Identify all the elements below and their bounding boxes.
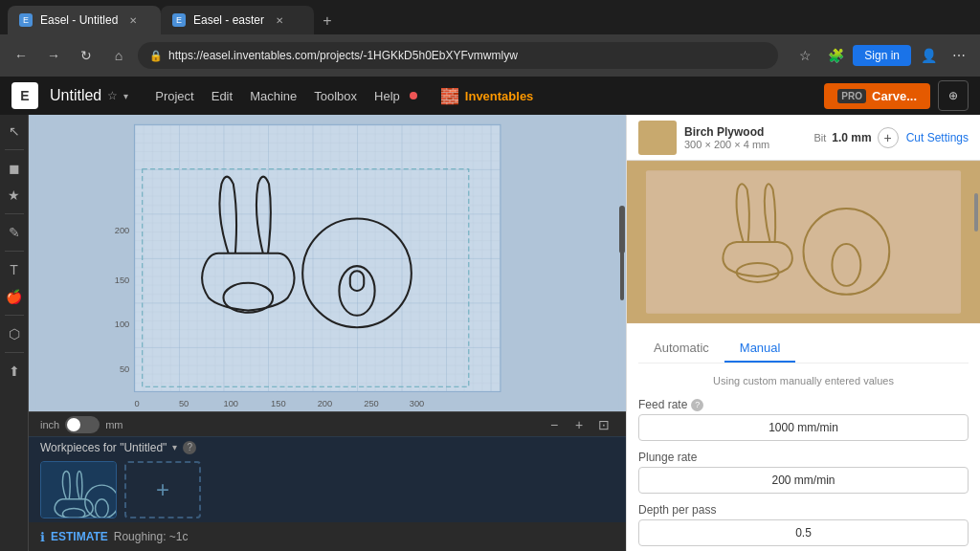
cube-icon[interactable]: ⬡ (2, 321, 27, 346)
project-title: Untitled (50, 87, 101, 104)
workpiece-thumbnail-1 (41, 461, 116, 518)
zoom-out-icon[interactable]: − (544, 414, 565, 435)
svg-rect-25 (646, 170, 961, 314)
right-panel: Birch Plywood 300 × 200 × 4 mm Bit 1.0 m… (626, 115, 980, 551)
nav-toolbox[interactable]: Toolbox (306, 85, 365, 107)
notification-dot (410, 92, 417, 99)
sidebar-sep-5 (5, 352, 24, 353)
nav-project[interactable]: Project (147, 85, 201, 107)
sidebar-sep-4 (5, 315, 24, 316)
app-title-area: Untitled ☆ ▾ (50, 87, 128, 104)
tab-close-easter[interactable]: ✕ (272, 12, 287, 28)
star-icon[interactable]: ★ (2, 183, 27, 208)
address-bar[interactable]: 🔒 https://easel.inventables.com/projects… (138, 42, 778, 69)
svg-text:150: 150 (271, 399, 286, 408)
material-thumbnail (638, 121, 677, 155)
scroll-indicator-v-canvas[interactable] (618, 115, 626, 417)
browser-controls: ← → ↻ ⌂ 🔒 https://easel.inventables.com/… (0, 34, 980, 77)
auto-manual-tabs: Automatic Manual (638, 335, 969, 364)
new-tab-button[interactable]: + (314, 8, 341, 34)
bit-value: 1.0 mm (832, 131, 871, 144)
sidebar-sep-2 (5, 213, 24, 214)
inventables-brand: 🧱 Inventables (440, 87, 534, 105)
nav-edit[interactable]: Edit (204, 85, 240, 107)
tab-manual[interactable]: Manual (724, 335, 796, 363)
preview-scroll-thumb (974, 193, 978, 231)
workpieces-chevron-icon[interactable]: ▾ (172, 442, 177, 452)
svg-text:200: 200 (115, 226, 130, 235)
more-options-icon[interactable]: ⋯ (946, 42, 972, 69)
canvas-column: 0 50 100 150 200 250 300 50 100 150 200 (29, 115, 626, 551)
material-size: 300 × 200 × 4 mm (684, 139, 806, 150)
svg-text:100: 100 (115, 320, 130, 329)
sidebar-sep-1 (5, 149, 24, 150)
workpiece-item-1[interactable] (40, 461, 117, 518)
user-avatar[interactable]: 👤 (915, 42, 942, 69)
apple-icon[interactable]: 🍎 (2, 284, 27, 309)
preview-area (627, 161, 980, 323)
svg-text:150: 150 (115, 276, 130, 285)
svg-text:250: 250 (364, 399, 379, 408)
cursor-tool-icon[interactable]: ↖ (2, 119, 27, 143)
pen-icon[interactable]: ✎ (2, 220, 27, 245)
add-bit-button[interactable]: + (878, 127, 899, 148)
carve-button[interactable]: PRO Carve... (824, 83, 930, 109)
settings-panel: Automatic Manual Using custom manually e… (627, 323, 980, 551)
plunge-rate-input[interactable] (638, 467, 969, 494)
canvas-footer: inch mm − + ⊡ (29, 411, 626, 436)
workpieces-help-icon[interactable]: ? (183, 441, 196, 454)
unit-switch[interactable] (65, 416, 100, 433)
inch-label: inch (40, 419, 59, 430)
inventables-icon: 🧱 (440, 87, 459, 105)
tab-close-untitled[interactable]: ✕ (125, 12, 141, 28)
sign-in-button[interactable]: Sign in (853, 45, 911, 66)
main-area: ↖ ◼ ★ ✎ T 🍎 ⬡ ⬆ (0, 115, 980, 551)
nav-help[interactable]: Help (367, 85, 408, 107)
app: E Untitled ☆ ▾ Project Edit Machine Tool… (0, 77, 980, 551)
svg-text:50: 50 (120, 364, 129, 374)
reload-button[interactable]: ↻ (73, 42, 100, 69)
tab-automatic[interactable]: Automatic (638, 335, 724, 363)
svg-text:0: 0 (134, 399, 139, 408)
bookmark-icon[interactable]: ☆ (791, 42, 818, 69)
plunge-rate-label: Plunge rate (638, 451, 969, 464)
preview-scroll-v[interactable] (974, 161, 978, 323)
feed-rate-label: Feed rate ? (638, 398, 969, 411)
material-info: Birch Plywood 300 × 200 × 4 mm (684, 125, 806, 150)
feed-rate-help-icon[interactable]: ? (691, 399, 703, 411)
browser-right: ☆ 🧩 Sign in 👤 ⋯ (791, 42, 972, 69)
mm-label: mm (105, 419, 122, 430)
header-extra-icon[interactable]: ⊕ (938, 80, 969, 111)
feed-rate-input[interactable] (638, 414, 969, 441)
forward-button[interactable]: → (40, 42, 67, 69)
import-icon[interactable]: ⬆ (2, 359, 27, 384)
tab-easter[interactable]: E Easel - easter ✕ (161, 6, 314, 34)
material-bar: Birch Plywood 300 × 200 × 4 mm Bit 1.0 m… (627, 115, 980, 161)
text-icon[interactable]: T (2, 257, 27, 282)
title-chevron-icon[interactable]: ▾ (123, 91, 128, 101)
depth-per-pass-input[interactable] (638, 519, 969, 546)
browser-extensions-icon[interactable]: 🧩 (822, 42, 849, 69)
fit-view-icon[interactable]: ⊡ (593, 414, 614, 435)
pro-badge: PRO (837, 89, 866, 103)
add-workpiece-button[interactable]: + (124, 461, 201, 518)
cut-settings-button[interactable]: Cut Settings (906, 131, 969, 144)
left-sidebar: ↖ ◼ ★ ✎ T 🍎 ⬡ ⬆ (0, 115, 29, 551)
estimate-value: Roughing: ~1c (114, 530, 189, 543)
shapes-icon[interactable]: ◼ (2, 156, 27, 181)
tab-untitled[interactable]: E Easel - Untitled ✕ (8, 6, 161, 34)
app-logo: E (11, 82, 38, 109)
nav-machine[interactable]: Machine (242, 85, 304, 107)
canvas-area: 0 50 100 150 200 250 300 50 100 150 200 (29, 115, 626, 436)
app-header: E Untitled ☆ ▾ Project Edit Machine Tool… (0, 77, 980, 115)
svg-text:50: 50 (179, 399, 189, 408)
home-button[interactable]: ⌂ (105, 42, 132, 69)
canvas-svg: 0 50 100 150 200 250 300 50 100 150 200 (29, 115, 626, 411)
feed-rate-field: Feed rate ? (638, 398, 969, 441)
back-button[interactable]: ← (8, 42, 34, 69)
favorite-star-icon[interactable]: ☆ (107, 89, 118, 102)
workpieces-title: Workpieces for "Untitled" (40, 441, 167, 454)
svg-rect-3 (134, 124, 500, 391)
zoom-in-icon[interactable]: + (568, 414, 590, 435)
depth-per-pass-label: Depth per pass (638, 503, 969, 517)
